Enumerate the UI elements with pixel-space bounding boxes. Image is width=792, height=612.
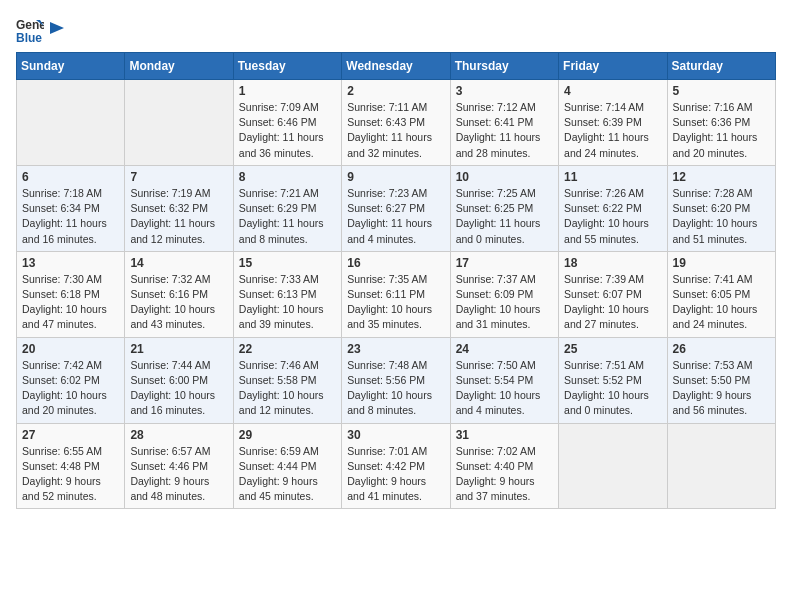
calendar-cell: 26Sunrise: 7:53 AM Sunset: 5:50 PM Dayli… (667, 337, 775, 423)
day-info: Sunrise: 7:02 AM Sunset: 4:40 PM Dayligh… (456, 444, 553, 505)
day-number: 27 (22, 428, 119, 442)
weekday-header-friday: Friday (559, 53, 667, 80)
day-number: 30 (347, 428, 444, 442)
day-info: Sunrise: 7:53 AM Sunset: 5:50 PM Dayligh… (673, 358, 770, 419)
day-info: Sunrise: 6:57 AM Sunset: 4:46 PM Dayligh… (130, 444, 227, 505)
day-info: Sunrise: 7:26 AM Sunset: 6:22 PM Dayligh… (564, 186, 661, 247)
svg-text:Blue: Blue (16, 31, 42, 44)
calendar-week-1: 1Sunrise: 7:09 AM Sunset: 6:46 PM Daylig… (17, 80, 776, 166)
day-info: Sunrise: 7:48 AM Sunset: 5:56 PM Dayligh… (347, 358, 444, 419)
weekday-header-monday: Monday (125, 53, 233, 80)
calendar-cell: 23Sunrise: 7:48 AM Sunset: 5:56 PM Dayli… (342, 337, 450, 423)
day-info: Sunrise: 7:23 AM Sunset: 6:27 PM Dayligh… (347, 186, 444, 247)
calendar-cell: 3Sunrise: 7:12 AM Sunset: 6:41 PM Daylig… (450, 80, 558, 166)
calendar-cell: 29Sunrise: 6:59 AM Sunset: 4:44 PM Dayli… (233, 423, 341, 509)
day-info: Sunrise: 7:25 AM Sunset: 6:25 PM Dayligh… (456, 186, 553, 247)
day-info: Sunrise: 6:59 AM Sunset: 4:44 PM Dayligh… (239, 444, 336, 505)
day-number: 22 (239, 342, 336, 356)
day-number: 6 (22, 170, 119, 184)
calendar-cell: 21Sunrise: 7:44 AM Sunset: 6:00 PM Dayli… (125, 337, 233, 423)
day-number: 10 (456, 170, 553, 184)
calendar-cell (667, 423, 775, 509)
logo: General Blue (16, 16, 66, 44)
calendar-cell: 28Sunrise: 6:57 AM Sunset: 4:46 PM Dayli… (125, 423, 233, 509)
weekday-header-thursday: Thursday (450, 53, 558, 80)
day-number: 9 (347, 170, 444, 184)
day-info: Sunrise: 7:14 AM Sunset: 6:39 PM Dayligh… (564, 100, 661, 161)
calendar-cell: 7Sunrise: 7:19 AM Sunset: 6:32 PM Daylig… (125, 165, 233, 251)
day-info: Sunrise: 7:42 AM Sunset: 6:02 PM Dayligh… (22, 358, 119, 419)
weekday-header-tuesday: Tuesday (233, 53, 341, 80)
day-info: Sunrise: 7:30 AM Sunset: 6:18 PM Dayligh… (22, 272, 119, 333)
day-info: Sunrise: 7:50 AM Sunset: 5:54 PM Dayligh… (456, 358, 553, 419)
calendar-cell: 13Sunrise: 7:30 AM Sunset: 6:18 PM Dayli… (17, 251, 125, 337)
day-info: Sunrise: 7:11 AM Sunset: 6:43 PM Dayligh… (347, 100, 444, 161)
calendar-cell: 9Sunrise: 7:23 AM Sunset: 6:27 PM Daylig… (342, 165, 450, 251)
calendar-cell: 27Sunrise: 6:55 AM Sunset: 4:48 PM Dayli… (17, 423, 125, 509)
day-info: Sunrise: 7:19 AM Sunset: 6:32 PM Dayligh… (130, 186, 227, 247)
calendar-cell (17, 80, 125, 166)
calendar-cell: 22Sunrise: 7:46 AM Sunset: 5:58 PM Dayli… (233, 337, 341, 423)
day-number: 17 (456, 256, 553, 270)
day-number: 4 (564, 84, 661, 98)
calendar-cell (125, 80, 233, 166)
day-info: Sunrise: 7:21 AM Sunset: 6:29 PM Dayligh… (239, 186, 336, 247)
calendar-cell: 2Sunrise: 7:11 AM Sunset: 6:43 PM Daylig… (342, 80, 450, 166)
calendar-cell: 16Sunrise: 7:35 AM Sunset: 6:11 PM Dayli… (342, 251, 450, 337)
day-info: Sunrise: 7:51 AM Sunset: 5:52 PM Dayligh… (564, 358, 661, 419)
calendar-cell: 15Sunrise: 7:33 AM Sunset: 6:13 PM Dayli… (233, 251, 341, 337)
day-number: 1 (239, 84, 336, 98)
calendar-cell (559, 423, 667, 509)
day-number: 21 (130, 342, 227, 356)
calendar-cell: 11Sunrise: 7:26 AM Sunset: 6:22 PM Dayli… (559, 165, 667, 251)
calendar-week-5: 27Sunrise: 6:55 AM Sunset: 4:48 PM Dayli… (17, 423, 776, 509)
day-info: Sunrise: 6:55 AM Sunset: 4:48 PM Dayligh… (22, 444, 119, 505)
calendar-cell: 10Sunrise: 7:25 AM Sunset: 6:25 PM Dayli… (450, 165, 558, 251)
calendar-week-4: 20Sunrise: 7:42 AM Sunset: 6:02 PM Dayli… (17, 337, 776, 423)
weekday-header-wednesday: Wednesday (342, 53, 450, 80)
calendar-week-2: 6Sunrise: 7:18 AM Sunset: 6:34 PM Daylig… (17, 165, 776, 251)
day-number: 24 (456, 342, 553, 356)
calendar-cell: 5Sunrise: 7:16 AM Sunset: 6:36 PM Daylig… (667, 80, 775, 166)
day-number: 26 (673, 342, 770, 356)
day-number: 3 (456, 84, 553, 98)
day-number: 25 (564, 342, 661, 356)
svg-marker-3 (50, 22, 64, 34)
day-info: Sunrise: 7:32 AM Sunset: 6:16 PM Dayligh… (130, 272, 227, 333)
day-info: Sunrise: 7:39 AM Sunset: 6:07 PM Dayligh… (564, 272, 661, 333)
day-number: 2 (347, 84, 444, 98)
calendar-cell: 12Sunrise: 7:28 AM Sunset: 6:20 PM Dayli… (667, 165, 775, 251)
calendar-cell: 18Sunrise: 7:39 AM Sunset: 6:07 PM Dayli… (559, 251, 667, 337)
calendar-cell: 6Sunrise: 7:18 AM Sunset: 6:34 PM Daylig… (17, 165, 125, 251)
day-info: Sunrise: 7:28 AM Sunset: 6:20 PM Dayligh… (673, 186, 770, 247)
weekday-header-saturday: Saturday (667, 53, 775, 80)
day-number: 16 (347, 256, 444, 270)
day-info: Sunrise: 7:46 AM Sunset: 5:58 PM Dayligh… (239, 358, 336, 419)
day-number: 28 (130, 428, 227, 442)
day-number: 19 (673, 256, 770, 270)
calendar-cell: 14Sunrise: 7:32 AM Sunset: 6:16 PM Dayli… (125, 251, 233, 337)
day-number: 18 (564, 256, 661, 270)
day-info: Sunrise: 7:12 AM Sunset: 6:41 PM Dayligh… (456, 100, 553, 161)
calendar-cell: 4Sunrise: 7:14 AM Sunset: 6:39 PM Daylig… (559, 80, 667, 166)
day-number: 23 (347, 342, 444, 356)
calendar-cell: 25Sunrise: 7:51 AM Sunset: 5:52 PM Dayli… (559, 337, 667, 423)
logo-flag-icon (48, 20, 66, 40)
calendar-header: SundayMondayTuesdayWednesdayThursdayFrid… (17, 53, 776, 80)
day-number: 13 (22, 256, 119, 270)
day-number: 11 (564, 170, 661, 184)
day-info: Sunrise: 7:37 AM Sunset: 6:09 PM Dayligh… (456, 272, 553, 333)
day-info: Sunrise: 7:18 AM Sunset: 6:34 PM Dayligh… (22, 186, 119, 247)
logo-icon: General Blue (16, 16, 44, 44)
day-info: Sunrise: 7:16 AM Sunset: 6:36 PM Dayligh… (673, 100, 770, 161)
day-number: 5 (673, 84, 770, 98)
day-number: 31 (456, 428, 553, 442)
calendar-cell: 8Sunrise: 7:21 AM Sunset: 6:29 PM Daylig… (233, 165, 341, 251)
calendar-cell: 1Sunrise: 7:09 AM Sunset: 6:46 PM Daylig… (233, 80, 341, 166)
calendar-cell: 31Sunrise: 7:02 AM Sunset: 4:40 PM Dayli… (450, 423, 558, 509)
day-number: 14 (130, 256, 227, 270)
calendar-cell: 17Sunrise: 7:37 AM Sunset: 6:09 PM Dayli… (450, 251, 558, 337)
day-info: Sunrise: 7:09 AM Sunset: 6:46 PM Dayligh… (239, 100, 336, 161)
day-number: 29 (239, 428, 336, 442)
calendar-week-3: 13Sunrise: 7:30 AM Sunset: 6:18 PM Dayli… (17, 251, 776, 337)
